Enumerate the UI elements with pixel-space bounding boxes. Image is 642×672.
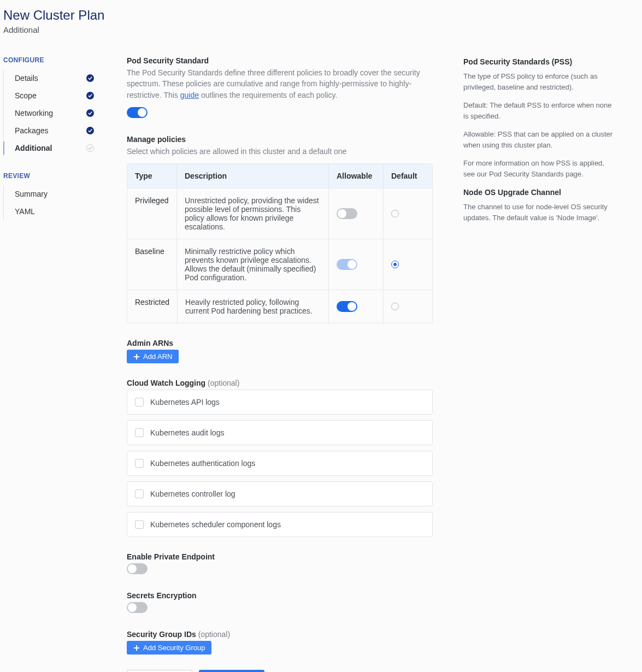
- pss-toggle[interactable]: [127, 107, 148, 118]
- logging-option-label: Kubernetes authentication logs: [150, 459, 255, 468]
- sidebar-item-packages[interactable]: Packages: [4, 122, 96, 139]
- private-endpoint-title: Enable Private Endpoint: [127, 552, 433, 561]
- checkbox[interactable]: [135, 398, 144, 406]
- checkbox[interactable]: [135, 520, 144, 529]
- col-header-desc: Description: [176, 164, 328, 188]
- page-subtitle: Additional: [3, 25, 639, 34]
- check-icon: [86, 92, 94, 99]
- col-header-type: Type: [127, 164, 176, 188]
- logging-option-label: Kubernetes audit logs: [150, 428, 224, 437]
- policy-description: Unrestricted policy, providing the wides…: [176, 188, 328, 239]
- info-text: The type of PSS policy to enforce (such …: [463, 71, 616, 92]
- checkbox[interactable]: [135, 459, 144, 468]
- info-text: Default: The default PSS to enforce when…: [463, 100, 616, 121]
- plus-icon: [133, 353, 140, 360]
- policy-type: Restricted: [127, 290, 177, 323]
- logging-title: Cloud Watch Logging (optional): [127, 379, 433, 387]
- col-header-default: Default: [383, 164, 432, 188]
- info-panel: Pod Security Standards (PSS) The type of…: [463, 56, 616, 231]
- pss-description: The Pod Security Standards define three …: [127, 67, 433, 101]
- sidebar-item-label: Details: [15, 74, 38, 82]
- info-text: The channel to use for node-level OS sec…: [463, 202, 616, 223]
- nav-section-label: CONFIGURE: [3, 56, 96, 64]
- nav-section-label: REVIEW: [3, 172, 96, 180]
- sidebar-item-networking[interactable]: Networking: [4, 104, 96, 122]
- sidebar-item-label: Summary: [15, 190, 48, 198]
- policy-allowable-toggle[interactable]: [337, 301, 357, 312]
- private-endpoint-toggle[interactable]: [127, 563, 148, 574]
- col-header-allow: Allowable: [328, 164, 383, 188]
- check-icon: [86, 109, 94, 117]
- pending-icon: [86, 144, 94, 152]
- policy-default-radio[interactable]: [391, 261, 399, 268]
- logging-option[interactable]: Kubernetes authentication logs: [127, 451, 433, 476]
- policy-row: BaselineMinimally restrictive policy whi…: [127, 239, 432, 290]
- policy-type: Baseline: [127, 239, 176, 290]
- info-node-os-title: Node OS Upgrade Channel: [463, 187, 616, 198]
- main-content: Pod Security Standard The Pod Security S…: [127, 56, 433, 672]
- add-arn-button[interactable]: Add ARN: [127, 350, 179, 363]
- plus-icon: [133, 645, 140, 651]
- info-text: For more information on how PSS is appli…: [463, 158, 616, 179]
- policy-default-radio[interactable]: [391, 210, 399, 217]
- add-security-group-button[interactable]: Add Security Group: [127, 641, 211, 655]
- sidebar-item-label: Additional: [15, 144, 52, 152]
- policy-description: Minimally restrictive policy which preve…: [176, 239, 328, 290]
- sidebar-item-yaml[interactable]: YAML: [4, 203, 96, 220]
- continue-button[interactable]: Continue: [199, 670, 264, 672]
- policy-allowable-toggle: [337, 259, 357, 270]
- policy-type: Privileged: [127, 188, 176, 239]
- policy-allowable-toggle[interactable]: [337, 208, 357, 219]
- pss-guide-link[interactable]: guide: [180, 91, 199, 99]
- pss-title: Pod Security Standard: [127, 56, 433, 65]
- logging-option-label: Kubernetes controller log: [150, 490, 235, 498]
- security-groups-title: Security Group IDs (optional): [127, 630, 433, 639]
- page-title: New Cluster Plan: [3, 8, 639, 23]
- policy-description: Heavily restricted policy, following cur…: [177, 290, 328, 323]
- sidebar-item-label: YAML: [15, 207, 35, 216]
- logging-option[interactable]: Kubernetes controller log: [127, 481, 433, 506]
- sidebar-item-summary[interactable]: Summary: [4, 185, 96, 203]
- checkbox[interactable]: [135, 428, 144, 437]
- sidebar-item-details[interactable]: Details: [4, 69, 96, 87]
- policies-table: Type Description Allowable Default Privi…: [127, 163, 433, 323]
- policy-row: PrivilegedUnrestricted policy, providing…: [127, 188, 432, 239]
- sidebar-item-scope[interactable]: Scope: [4, 87, 96, 104]
- check-icon: [86, 74, 94, 82]
- checkbox[interactable]: [135, 490, 144, 498]
- sidebar-item-additional[interactable]: Additional: [4, 139, 96, 157]
- sidebar-item-label: Networking: [15, 109, 53, 117]
- admin-arns-title: Admin ARNs: [127, 339, 433, 347]
- manage-policies-subtitle: Select which policies are allowed in thi…: [127, 146, 433, 157]
- check-icon: [86, 127, 94, 134]
- policy-row: RestrictedHeavily restricted policy, fol…: [127, 290, 432, 323]
- manage-policies-title: Manage policies: [127, 135, 433, 144]
- logging-option-label: Kubernetes API logs: [150, 398, 220, 406]
- secrets-encryption-title: Secrets Encryption: [127, 591, 433, 600]
- info-text: Allowable: PSS that can be applied on a …: [463, 129, 616, 150]
- secrets-encryption-toggle[interactable]: [127, 602, 148, 613]
- logging-option-label: Kubernetes scheduler component logs: [150, 520, 281, 529]
- sidebar-item-label: Scope: [15, 91, 37, 100]
- logging-option[interactable]: Kubernetes audit logs: [127, 420, 433, 445]
- wizard-sidebar: CONFIGUREDetailsScopeNetworkingPackagesA…: [3, 56, 96, 235]
- back-button[interactable]: Back: [127, 670, 192, 672]
- sidebar-item-label: Packages: [15, 126, 48, 135]
- policy-default-radio[interactable]: [391, 303, 399, 310]
- info-pss-title: Pod Security Standards (PSS): [463, 56, 616, 68]
- logging-option[interactable]: Kubernetes API logs: [127, 390, 433, 415]
- logging-option[interactable]: Kubernetes scheduler component logs: [127, 512, 433, 537]
